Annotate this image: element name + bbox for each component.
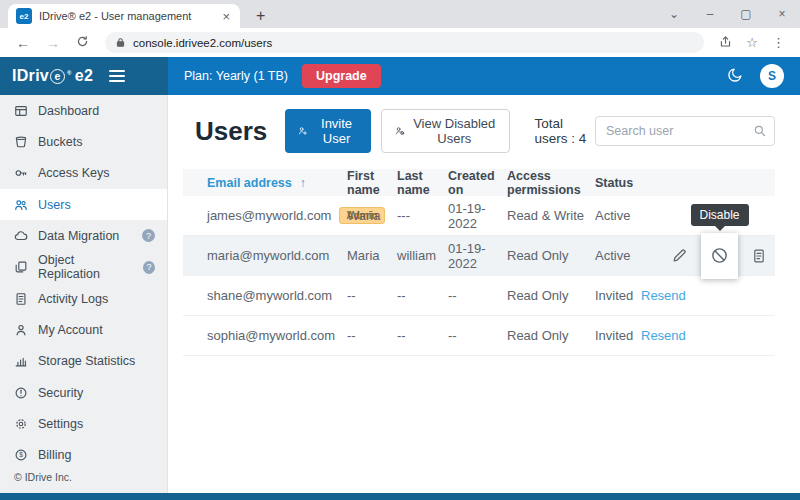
status: Active bbox=[595, 208, 641, 223]
last-name: -- bbox=[397, 288, 448, 303]
window-controls: ⌄ – ▢ × bbox=[656, 0, 800, 28]
sidebar-item-object-replication[interactable]: Object Replication ? bbox=[0, 252, 167, 283]
tab-title: IDrive® e2 - User management bbox=[39, 10, 213, 22]
disable-user-button[interactable]: Disable bbox=[701, 233, 738, 279]
minimize-button[interactable]: – bbox=[692, 0, 728, 28]
app-header: IDrive®e2 Plan: Yearly (1 TB) Upgrade S bbox=[0, 57, 800, 95]
table-row[interactable]: james@myworld.com Admin Waria --- 01-19-… bbox=[183, 196, 775, 236]
key-icon bbox=[14, 166, 28, 180]
sidebar: Dashboard Buckets Access Keys Users Data… bbox=[0, 95, 168, 493]
maximize-button[interactable]: ▢ bbox=[728, 0, 764, 28]
help-icon[interactable]: ? bbox=[143, 261, 155, 274]
user-avatar[interactable]: S bbox=[760, 64, 784, 88]
column-header-created-on[interactable]: Created on bbox=[448, 169, 507, 197]
table-row[interactable]: maria@myworld.com Maria william 01-19-20… bbox=[183, 236, 775, 276]
search-box bbox=[595, 116, 775, 146]
address-bar: ← → console.idrivee2.com/users ☆ ⋮ bbox=[0, 28, 800, 57]
person-add-icon bbox=[298, 124, 308, 138]
sidebar-item-dashboard[interactable]: Dashboard bbox=[0, 95, 167, 126]
page-title: Users bbox=[195, 116, 267, 147]
first-name: -- bbox=[347, 328, 397, 343]
search-input[interactable] bbox=[595, 116, 775, 146]
last-name: --- bbox=[397, 208, 448, 223]
created-on: 01-19-2022 bbox=[448, 201, 507, 231]
last-name: -- bbox=[397, 328, 448, 343]
upgrade-button[interactable]: Upgrade bbox=[302, 64, 381, 88]
column-header-access-permissions[interactable]: Access permissions bbox=[507, 169, 595, 197]
browser-window: e2 IDrive® e2 - User management × + ⌄ – … bbox=[0, 0, 800, 500]
view-disabled-users-button[interactable]: View Disabled Users bbox=[381, 109, 510, 153]
sidebar-item-access-keys[interactable]: Access Keys bbox=[0, 158, 167, 189]
sidebar-item-billing[interactable]: $ Billing bbox=[0, 440, 167, 471]
main-content: Users Invite User View Disabled Users To… bbox=[168, 95, 800, 493]
disable-icon bbox=[710, 246, 729, 265]
url-text: console.idrivee2.com/users bbox=[133, 37, 272, 49]
sidebar-item-security[interactable]: Security bbox=[0, 377, 167, 408]
access-permissions: Read & Write bbox=[507, 208, 595, 223]
sidebar-item-data-migration[interactable]: Data Migration ? bbox=[0, 220, 167, 251]
reload-icon[interactable] bbox=[70, 35, 95, 51]
tab-search-icon[interactable]: ⌄ bbox=[656, 0, 692, 28]
status: Invited bbox=[595, 328, 641, 343]
last-name: william bbox=[397, 248, 448, 263]
created-on: -- bbox=[448, 328, 507, 343]
user-email: sophia@myworld.com bbox=[207, 328, 335, 343]
idrive-e2-logo: IDrive®e2 bbox=[12, 67, 93, 85]
share-icon[interactable] bbox=[714, 35, 737, 51]
total-users-count: Total users : 4 bbox=[534, 116, 595, 146]
sidebar-item-settings[interactable]: Settings bbox=[0, 408, 167, 439]
column-header-status[interactable]: Status bbox=[595, 176, 641, 190]
invite-user-button[interactable]: Invite User bbox=[285, 109, 371, 153]
url-field[interactable]: console.idrivee2.com/users bbox=[105, 32, 704, 53]
browser-menu-icon[interactable]: ⋮ bbox=[767, 35, 790, 50]
status: Invited bbox=[595, 288, 641, 303]
column-header-last-name[interactable]: Last name bbox=[397, 169, 448, 197]
bucket-icon bbox=[14, 135, 28, 149]
page-bottom-strip bbox=[0, 493, 800, 500]
help-icon[interactable]: ? bbox=[142, 229, 155, 242]
hamburger-menu-icon[interactable] bbox=[109, 70, 125, 82]
lock-icon bbox=[115, 37, 126, 48]
copyright-text: © IDrive Inc. bbox=[0, 471, 167, 493]
close-button[interactable]: × bbox=[764, 0, 800, 28]
sidebar-item-buckets[interactable]: Buckets bbox=[0, 126, 167, 157]
table-row[interactable]: shane@myworld.com -- -- -- Read Only Inv… bbox=[183, 276, 775, 316]
browser-tab-bar: e2 IDrive® e2 - User management × + ⌄ – … bbox=[0, 0, 800, 28]
forward-icon[interactable]: → bbox=[40, 35, 66, 51]
sidebar-item-activity-logs[interactable]: Activity Logs bbox=[0, 283, 167, 314]
details-document-icon[interactable] bbox=[751, 248, 767, 264]
sort-ascending-icon[interactable]: ↑ bbox=[300, 176, 306, 190]
dashboard-icon bbox=[14, 104, 28, 118]
user-email: shane@myworld.com bbox=[207, 288, 332, 303]
column-header-email[interactable]: Email address ↑ bbox=[183, 176, 347, 190]
tab-close-icon[interactable]: × bbox=[220, 9, 232, 24]
first-name: Waria bbox=[347, 208, 397, 223]
replication-icon bbox=[14, 260, 28, 274]
plan-label: Plan: Yearly (1 TB) bbox=[184, 69, 288, 83]
dark-mode-moon-icon[interactable] bbox=[727, 66, 744, 87]
sidebar-item-storage-statistics[interactable]: Storage Statistics bbox=[0, 346, 167, 377]
back-icon[interactable]: ← bbox=[10, 35, 36, 51]
column-header-first-name[interactable]: First name bbox=[347, 169, 397, 197]
edit-pencil-icon[interactable] bbox=[671, 247, 688, 264]
user-email: maria@myworld.com bbox=[207, 248, 329, 263]
bookmark-star-icon[interactable]: ☆ bbox=[741, 35, 763, 50]
access-permissions: Read Only bbox=[507, 248, 595, 263]
first-name: Maria bbox=[347, 248, 397, 263]
account-icon bbox=[14, 323, 28, 337]
resend-link[interactable]: Resend bbox=[641, 328, 686, 343]
sidebar-item-users[interactable]: Users bbox=[0, 189, 167, 220]
sidebar-item-my-account[interactable]: My Account bbox=[0, 314, 167, 345]
table-row[interactable]: sophia@myworld.com -- -- -- Read Only In… bbox=[183, 316, 775, 356]
cloud-migration-icon bbox=[14, 229, 28, 243]
search-icon bbox=[753, 124, 767, 138]
new-tab-button[interactable]: + bbox=[250, 7, 271, 25]
first-name: -- bbox=[347, 288, 397, 303]
row-actions: Disable bbox=[671, 233, 767, 279]
logo-section: IDrive®e2 bbox=[0, 57, 168, 95]
status: Active bbox=[595, 248, 641, 263]
user-email: james@myworld.com bbox=[207, 208, 331, 223]
browser-tab[interactable]: e2 IDrive® e2 - User management × bbox=[8, 4, 240, 28]
access-permissions: Read Only bbox=[507, 288, 595, 303]
resend-link[interactable]: Resend bbox=[641, 288, 686, 303]
